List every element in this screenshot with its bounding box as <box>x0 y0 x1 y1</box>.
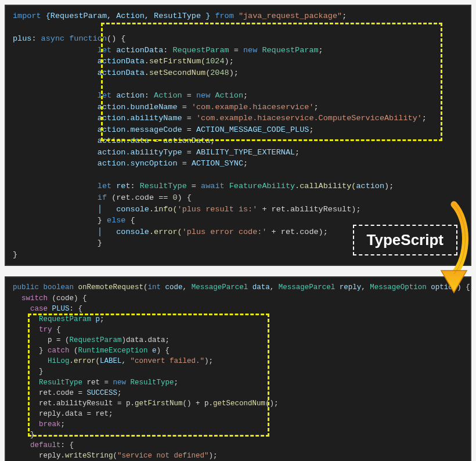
code-line <box>13 22 463 34</box>
code-line: } catch (RuntimeException e) { <box>13 345 463 356</box>
code-line: │ console.info('plus result is:' + ret.a… <box>13 204 463 215</box>
code-line: p = (RequestParam)data.data; <box>13 335 463 345</box>
code-line: switch (code) { <box>13 293 463 304</box>
code-line: import {RequestParam, Action, ResutlType… <box>13 10 463 22</box>
code-line <box>13 170 463 181</box>
code-line: } <box>13 430 463 440</box>
code-line: if (ret.code == 0) { <box>13 192 463 204</box>
code-line: ResultType ret = new ResultType; <box>13 377 463 388</box>
code-line: actionData.setSecondNum(2048); <box>13 67 463 79</box>
code-line: ret.code = SUCCESS; <box>13 388 463 398</box>
code-line: RequestParam p; <box>13 314 463 325</box>
code-line: break; <box>13 419 463 430</box>
code-line: reply.data = ret; <box>13 409 463 419</box>
code-line: ret.abilityResult = p.getFirstNum() + p.… <box>13 398 463 409</box>
code-line: action.data = actionData; <box>13 135 463 147</box>
java-code-block: public boolean onRemoteRequest(int code,… <box>5 276 471 461</box>
code-line: try { <box>13 325 463 335</box>
code-line: reply.writeString("service not defined")… <box>13 451 463 461</box>
code-line: let actionData: RequestParam = new Reque… <box>13 45 463 56</box>
typescript-code-block: import {RequestParam, Action, ResutlType… <box>5 5 471 266</box>
arrow-icon <box>433 201 474 300</box>
code-line: } <box>13 366 463 377</box>
code-line: action.abilityName = 'com.example.hiaces… <box>13 113 463 124</box>
code-line: HiLog.error(LABEL, "convert failed."); <box>13 356 463 366</box>
code-line: action.abilityType = ABILITY_TYPE_EXTERN… <box>13 147 463 159</box>
code-line: action.syncOption = ACTION_SYNC; <box>13 158 463 170</box>
code-line: action.messageCode = ACTION_MESSAGE_CODE… <box>13 124 463 136</box>
code-line: let ret: ResultType = await FeatureAbili… <box>13 181 463 192</box>
code-line: plus: async function() { <box>13 33 463 45</box>
code-line: actionData.setFirstNum(1024); <box>13 56 463 67</box>
code-line: action.bundleName = 'com.example.hiacese… <box>13 102 463 113</box>
code-line <box>13 78 463 90</box>
code-line: default: { <box>13 440 463 451</box>
code-line: public boolean onRemoteRequest(int code,… <box>13 282 463 293</box>
code-line: case PLUS: { <box>13 304 463 314</box>
code-line: let action: Action = new Action; <box>13 90 463 102</box>
